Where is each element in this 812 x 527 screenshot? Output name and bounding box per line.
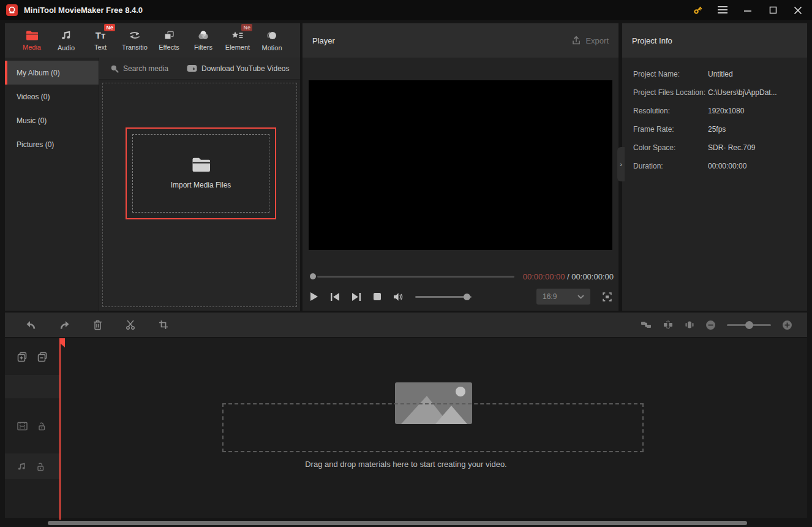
video-track-icon — [17, 422, 28, 431]
info-row-duration: Duration: 00:00:00:00 — [622, 157, 807, 175]
snap-marker-icon[interactable] — [663, 320, 674, 330]
filters-icon — [197, 30, 209, 40]
time-separator: / — [565, 272, 571, 281]
volume-icon[interactable] — [393, 292, 404, 301]
motion-icon — [266, 30, 277, 41]
import-folder-icon — [192, 157, 210, 172]
video-preview[interactable] — [309, 80, 612, 250]
tab-label: Media — [23, 44, 41, 51]
playhead-line[interactable] — [59, 338, 61, 520]
info-row-files-location: Project Files Location: C:\Users\bj\AppD… — [622, 83, 807, 102]
collapse-panel-handle[interactable]: › — [617, 147, 625, 181]
download-youtube-button[interactable]: Download YouTube Videos — [187, 64, 289, 73]
timeline-area[interactable]: Drag and drop materials here to start cr… — [5, 338, 807, 518]
waveform-icon[interactable] — [685, 320, 694, 330]
project-info-header: Project Info — [622, 23, 807, 58]
sidebar-item-label: Music (0) — [17, 116, 47, 125]
sidebar-item-videos[interactable]: Videos (0) — [5, 85, 99, 108]
tab-label: Audio — [58, 44, 75, 51]
menu-icon[interactable] — [716, 4, 729, 17]
seek-thumb[interactable] — [310, 273, 316, 279]
tab-text[interactable]: Ne Tᴛ Text — [83, 23, 118, 58]
import-media-button[interactable]: Import Media Files — [126, 127, 276, 219]
info-label: Project Name: — [622, 70, 708, 78]
library-tabs: Media Audio Ne Tᴛ Text Transitio Effects — [5, 23, 300, 58]
export-icon — [571, 36, 581, 45]
elements-star-icon — [231, 31, 244, 40]
transition-arrows-icon — [129, 31, 141, 40]
info-value: C:\Users\bj\AppDat... — [708, 88, 777, 97]
seek-track[interactable] — [317, 276, 514, 278]
info-row-project-name: Project Name: Untitled — [622, 65, 807, 83]
sidebar-item-label: Videos (0) — [17, 93, 50, 101]
player-title: Player — [312, 36, 335, 45]
info-value: SDR- Rec.709 — [708, 143, 755, 152]
zoom-out-button[interactable] — [705, 320, 716, 330]
redo-button[interactable] — [59, 320, 70, 330]
youtube-download-icon — [187, 64, 197, 72]
fullscreen-button[interactable] — [602, 292, 612, 302]
folder-icon — [26, 31, 38, 40]
info-label: Duration: — [622, 162, 708, 170]
export-button[interactable]: Export — [571, 36, 609, 45]
split-scissors-button[interactable] — [126, 320, 135, 330]
tab-label: Motion — [261, 44, 282, 51]
info-value: Untitled — [708, 70, 733, 78]
stop-button[interactable] — [373, 292, 382, 301]
tab-transition[interactable]: Transitio — [118, 23, 152, 58]
player-panel: Player Export 00:00:00:00 / 00:00:00:00 — [303, 23, 618, 311]
project-info-panel: Project Info Project Name: Untitled Proj… — [622, 23, 807, 311]
info-value: 00:00:00:00 — [708, 162, 746, 170]
aspect-ratio-value: 16:9 — [543, 292, 557, 301]
chevron-right-icon: › — [620, 161, 622, 168]
info-value: 25fps — [708, 125, 726, 134]
maximize-button[interactable] — [766, 4, 780, 17]
video-track-lock-icon[interactable] — [37, 422, 46, 431]
crop-button[interactable] — [159, 320, 168, 330]
sidebar-item-my-album[interactable]: My Album (0) — [5, 61, 99, 85]
zoom-in-button[interactable] — [782, 320, 792, 330]
undo-button[interactable] — [26, 320, 36, 330]
play-button[interactable] — [310, 292, 318, 301]
tab-filters[interactable]: Filters — [186, 23, 220, 58]
video-track-header — [5, 398, 61, 453]
text-icon: Tᴛ — [96, 31, 106, 40]
new-badge: Ne — [241, 24, 252, 31]
remove-track-icon[interactable] — [37, 352, 48, 362]
timeline-horizontal-scrollbar[interactable] — [48, 521, 747, 525]
tab-label: Transitio — [122, 44, 148, 51]
add-track-icon[interactable] — [17, 352, 28, 362]
timeline-drop-zone[interactable] — [222, 403, 644, 452]
info-label: Resolution: — [622, 107, 708, 115]
timeline-zoom-slider[interactable] — [727, 324, 771, 326]
total-time: 00:00:00:00 — [571, 272, 614, 281]
minimize-button[interactable] — [741, 4, 754, 17]
license-key-icon[interactable] — [691, 4, 704, 17]
sidebar-item-label: My Album (0) — [17, 69, 60, 77]
tab-elements[interactable]: Ne Element — [220, 23, 255, 58]
timeline-drop-hint: Drag and drop materials here to start cr… — [5, 460, 807, 469]
tab-audio[interactable]: Audio — [49, 23, 83, 58]
volume-thumb[interactable] — [464, 294, 470, 300]
tab-media[interactable]: Media — [15, 23, 49, 58]
track-header-column — [5, 338, 61, 518]
volume-slider[interactable] — [415, 296, 472, 298]
info-label: Frame Rate: — [622, 125, 708, 134]
import-media-inner: Import Media Files — [132, 134, 269, 213]
tab-motion[interactable]: Motion — [255, 23, 289, 58]
fit-timeline-icon[interactable] — [641, 320, 652, 330]
import-media-label: Import Media Files — [171, 181, 231, 189]
close-button[interactable] — [791, 4, 805, 17]
sidebar-item-music[interactable]: Music (0) — [5, 108, 99, 132]
track-add-row — [5, 338, 61, 375]
aspect-ratio-select[interactable]: 16:9 — [536, 289, 590, 305]
previous-frame-button[interactable] — [330, 292, 340, 301]
next-frame-button[interactable] — [351, 292, 361, 301]
player-header: Player Export — [303, 23, 618, 58]
timeline-zoom-thumb[interactable] — [745, 321, 753, 329]
tab-effects[interactable]: Effects — [152, 23, 186, 58]
search-media-button[interactable]: Search media — [110, 64, 168, 73]
sidebar-item-pictures[interactable]: Pictures (0) — [5, 132, 99, 156]
delete-button[interactable] — [93, 320, 102, 330]
media-content-area: Search media Download YouTube Videos Imp… — [99, 58, 300, 311]
